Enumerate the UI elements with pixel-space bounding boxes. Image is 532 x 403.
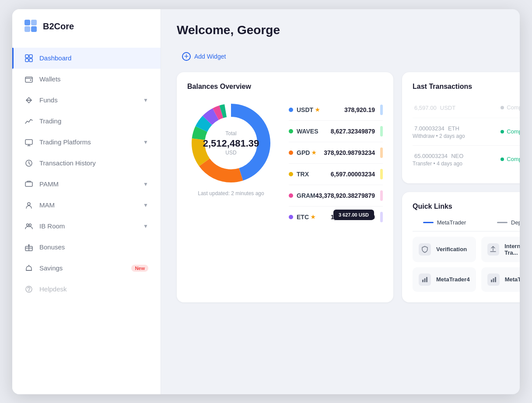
- svg-rect-26: [422, 280, 424, 282]
- balance-amount: 378,920.98793234: [324, 149, 375, 156]
- add-widget-button[interactable]: + Add Widget: [177, 49, 231, 63]
- page-title: Welcome, George: [177, 23, 504, 37]
- plus-icon: +: [182, 52, 191, 61]
- tab-label: Deposit: [511, 219, 520, 226]
- right-column: Last Transactions ⋮ 6,597.00 USDT: [402, 72, 520, 302]
- sidebar-item-mam[interactable]: MAM ▼: [12, 195, 161, 216]
- balance-dot: [289, 172, 293, 176]
- table-row: 65.00003234 NEO Transfer • 4 days ago Co…: [413, 146, 520, 173]
- sidebar-item-savings[interactable]: Savings New: [12, 258, 161, 279]
- svg-point-13: [28, 203, 30, 205]
- quick-link-deposit-tab[interactable]: Deposit: [482, 219, 520, 226]
- balance-name: GRAM: [297, 192, 315, 199]
- sidebar-item-label: Funds: [39, 96, 58, 104]
- table-row: 6,597.00 USDT Completed ⓘ: [413, 98, 520, 118]
- sidebar-item-helpdesk[interactable]: Helpdesk: [12, 279, 161, 300]
- sidebar-item-label: Helpdesk: [39, 285, 67, 293]
- balance-amount: 43,378,920.38279879: [315, 192, 375, 199]
- svg-rect-1: [31, 20, 37, 25]
- balance-name: WAVES: [297, 128, 331, 135]
- chevron-down-icon: ▼: [143, 202, 148, 208]
- sidebar-item-label: Bonuses: [39, 243, 65, 251]
- quick-link-metatrader-tab[interactable]: MetaTrader: [413, 219, 476, 226]
- star-icon: ★: [311, 214, 315, 220]
- quick-link-internal-transfer[interactable]: Internal Tra...: [481, 237, 520, 262]
- balance-dot: [289, 108, 293, 112]
- quick-link-verification[interactable]: Verification: [413, 237, 476, 262]
- logo: B2Core: [12, 20, 161, 48]
- balances-overview-card: Balances Overview: [177, 72, 393, 302]
- balance-amount: 8,627.32349879: [331, 128, 375, 135]
- balance-name: ETC ★: [297, 214, 331, 221]
- transaction-history-icon: [24, 159, 33, 168]
- sidebar-item-pamm[interactable]: PAMM ▼: [12, 174, 161, 195]
- tx-info: 65.00003234 NEO Transfer • 4 days ago: [413, 152, 500, 167]
- star-icon: ★: [312, 150, 316, 156]
- svg-point-15: [29, 224, 32, 226]
- donut-total-label: Total: [203, 130, 259, 136]
- quick-link-metatrader4[interactable]: MetaTrader4: [413, 267, 476, 292]
- balance-dot: [289, 129, 293, 133]
- svg-rect-8: [25, 77, 32, 82]
- sidebar-item-transaction-history[interactable]: Transaction History: [12, 153, 161, 174]
- sidebar-item-label: PAMM: [39, 180, 59, 188]
- svg-rect-6: [25, 59, 28, 62]
- sidebar-item-ib-room[interactable]: IB Room ▼: [12, 216, 161, 237]
- quick-links-title: Quick Links: [413, 203, 520, 210]
- svg-rect-29: [491, 280, 492, 282]
- status-dot: [500, 158, 504, 161]
- balances-overview-title: Balances Overview: [187, 83, 383, 91]
- tx-amount: 6,597.00 USDT: [413, 104, 500, 111]
- chevron-down-icon: ▼: [143, 181, 148, 187]
- balance-row-waves: WAVES 8,627.32349879: [289, 121, 383, 142]
- quick-link-label: Internal Tra...: [504, 243, 520, 256]
- transactions-header: Last Transactions ⋮: [413, 83, 520, 91]
- svg-point-14: [27, 224, 29, 226]
- chevron-down-icon: ▼: [143, 139, 148, 145]
- sidebar-item-trading[interactable]: Trading: [12, 111, 161, 132]
- balance-bar: [380, 190, 383, 201]
- chart-icon: [487, 273, 500, 286]
- main-content: Welcome, George + Add Widget Balances Ov…: [161, 9, 520, 394]
- table-row: 7.00003234 ETH Withdraw • 2 days ago Com…: [413, 118, 520, 146]
- sidebar-item-wallets[interactable]: Wallets: [12, 69, 161, 90]
- donut-total-amount: 2,512,481.39: [203, 138, 259, 148]
- sidebar-item-bonuses[interactable]: Bonuses: [12, 237, 161, 258]
- quick-link-label: MetaTrader4: [436, 276, 470, 283]
- balance-amount: 6,597.00003234: [331, 171, 375, 178]
- helpdesk-icon: [24, 285, 33, 294]
- tooltip: 3 627.00 USD: [333, 210, 374, 220]
- dashboard-icon: [24, 54, 33, 63]
- sidebar-item-trading-platforms[interactable]: Trading Platforms ▼: [12, 132, 161, 153]
- sidebar-item-funds[interactable]: Funds ▼: [12, 90, 161, 111]
- balances-inner: Total 2,512,481.39 USD Last updated: 2 m…: [187, 99, 383, 228]
- trading-icon: [24, 117, 33, 126]
- balance-dot: [289, 193, 293, 198]
- quick-links-grid: Verification Internal Tra...: [413, 237, 520, 292]
- sidebar-item-label: Savings: [39, 264, 63, 272]
- balance-list: USDT ★ 378,920.19 WAVES 8,: [289, 99, 383, 228]
- sidebar-item-dashboard[interactable]: Dashboard: [12, 48, 161, 69]
- donut-chart: Total 2,512,481.39 USD: [187, 99, 275, 187]
- quick-link-label: Verification: [436, 246, 467, 252]
- svg-rect-2: [24, 26, 30, 32]
- svg-rect-0: [24, 20, 30, 25]
- balance-dot: [289, 215, 293, 219]
- balance-row-gram: GRAM 43,378,920.38279879 3 627.00 USD: [289, 185, 383, 207]
- status-label: Completed: [507, 128, 520, 135]
- svg-rect-5: [29, 55, 32, 58]
- sidebar-nav: Dashboard Wallets Funds ▼: [12, 48, 161, 300]
- status-label: Completed: [507, 156, 520, 162]
- balance-bar: [380, 169, 383, 179]
- cards-grid: Balances Overview: [177, 72, 504, 302]
- trading-platforms-icon: [24, 138, 33, 147]
- sidebar-item-label: Dashboard: [39, 54, 71, 62]
- quick-link-metatrader5[interactable]: MetaTrader...: [481, 267, 520, 292]
- page-header: Welcome, George: [177, 23, 504, 37]
- balance-row-gpd: GPD ★ 378,920.98793234: [289, 142, 383, 164]
- upload-icon: [487, 243, 500, 256]
- star-icon: ★: [315, 107, 320, 113]
- mam-icon: [24, 201, 33, 210]
- chevron-down-icon: ▼: [143, 223, 148, 229]
- last-updated: Last updated: 2 minutes ago: [187, 190, 275, 196]
